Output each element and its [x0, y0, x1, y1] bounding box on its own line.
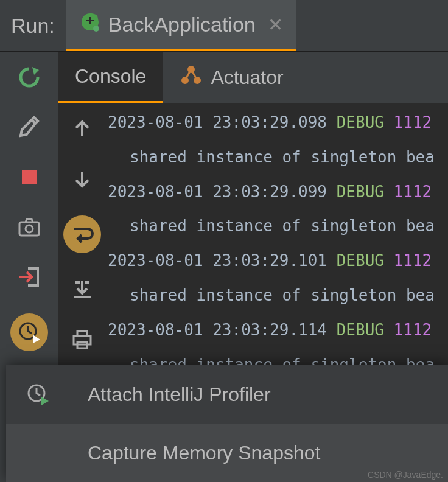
- log-line: shared instance of singleton bea: [107, 281, 448, 310]
- watermark: CSDN @JavaEdge.: [368, 470, 443, 480]
- log-line: 2023-08-01 23:03:29.099 DEBUG 1112: [107, 178, 448, 206]
- log-line: 2023-08-01 23:03:29.114 DEBUG 1112: [107, 316, 448, 344]
- tab-console[interactable]: Console: [58, 52, 163, 103]
- rerun-icon[interactable]: [16, 64, 43, 91]
- profiler-menu: Attach IntelliJ Profiler Capture Memory …: [6, 365, 448, 482]
- run-header: Run: BackApplication ✕: [0, 0, 448, 52]
- log-line: 2023-08-01 23:03:29.098 DEBUG 1112: [107, 108, 448, 137]
- log-line: shared instance of singleton bea: [107, 143, 448, 172]
- run-config-tab[interactable]: BackApplication ✕: [66, 0, 296, 51]
- print-icon[interactable]: [69, 326, 96, 353]
- exit-icon[interactable]: [16, 264, 43, 290]
- up-arrow-icon[interactable]: [69, 116, 96, 142]
- camera-icon[interactable]: [16, 214, 43, 240]
- soft-wrap-button[interactable]: [63, 215, 101, 253]
- svg-rect-2: [19, 222, 39, 236]
- scroll-to-end-icon[interactable]: [69, 276, 96, 303]
- svg-rect-9: [77, 331, 87, 336]
- svg-point-0: [93, 26, 99, 32]
- log-line: shared instance of singleton bea: [107, 212, 448, 240]
- tab-actuator[interactable]: Actuator: [163, 52, 300, 103]
- actuator-icon: [180, 65, 211, 91]
- tab-actuator-label: Actuator: [211, 66, 283, 89]
- log-line: 2023-08-01 23:03:29.101 DEBUG 1112: [107, 246, 448, 275]
- menu-capture-label: Capture Memory Snapshot: [88, 442, 320, 464]
- down-arrow-icon[interactable]: [69, 166, 96, 192]
- tab-title: BackApplication: [108, 13, 256, 37]
- svg-point-3: [26, 225, 33, 232]
- profiler-clock-icon: [24, 381, 51, 408]
- menu-attach-profiler[interactable]: Attach IntelliJ Profiler: [6, 365, 448, 424]
- spring-boot-icon: [79, 12, 108, 37]
- menu-attach-label: Attach IntelliJ Profiler: [88, 383, 271, 406]
- sub-tabs: Console Actuator: [58, 52, 448, 103]
- close-icon[interactable]: ✕: [268, 14, 283, 35]
- svg-rect-8: [74, 336, 91, 344]
- stop-icon[interactable]: [16, 164, 43, 190]
- memory-snapshot-icon: [24, 439, 51, 466]
- profiler-button[interactable]: [10, 313, 48, 351]
- svg-rect-1: [22, 170, 37, 184]
- tab-console-label: Console: [75, 65, 146, 88]
- run-label: Run:: [0, 14, 66, 38]
- wrench-icon[interactable]: [16, 114, 43, 141]
